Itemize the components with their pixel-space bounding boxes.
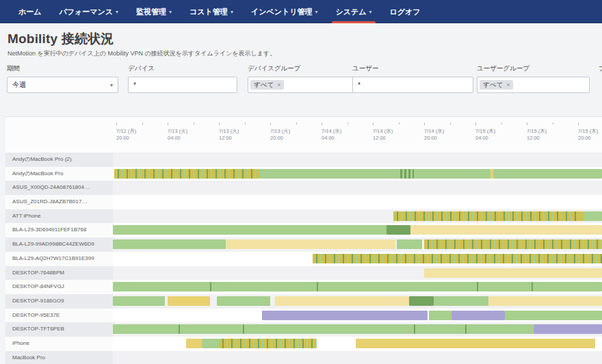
connection-status-segment[interactable] [179, 324, 180, 334]
axis-tick-mark [219, 122, 220, 125]
connection-status-segment[interactable] [114, 169, 260, 179]
caret-down-icon: ▾ [116, 9, 118, 15]
connection-status-segment[interactable] [477, 282, 478, 291]
device-name-label: AndyのMacBook Pro (2) [5, 153, 113, 167]
device-name-label: BLA-L29-AQ2H7W17C1B91E399 [5, 252, 113, 266]
device-name-label: DESKTOP-7648BPM [5, 266, 113, 281]
connection-status-segment[interactable] [202, 339, 219, 348]
timeline-rows: AndyのMacBook Pro (2)AndyのMacBook ProASUS… [5, 153, 602, 364]
nav-item-monitoring[interactable]: 監視管理 ▾ [127, 0, 181, 23]
table-row: iPhone [5, 337, 602, 351]
filter-user-group: ユーザーグループ すべて × [477, 64, 590, 93]
timeline-track [113, 209, 602, 224]
connection-status-segment[interactable] [275, 296, 409, 306]
connection-status-segment[interactable] [493, 169, 602, 179]
table-row: AndyのMacBook Pro [5, 167, 602, 181]
nav-item-system[interactable]: システム ▾ [326, 0, 380, 23]
axis-minor-tick-mark [348, 122, 348, 125]
user-group-field[interactable]: すべて × [477, 77, 590, 93]
user-input[interactable] [352, 77, 473, 93]
timeline-track [113, 294, 602, 309]
connection-status-segment[interactable] [113, 239, 226, 249]
caret-down-icon: ▾ [169, 9, 172, 15]
axis-minor-tick-mark [553, 122, 553, 125]
connection-status-segment[interactable] [262, 311, 428, 320]
axis-minor-tick-mark [399, 122, 400, 125]
connection-status-segment[interactable] [217, 296, 270, 306]
axis-tick-label: 7/14 (水)04:00 [322, 128, 341, 142]
device-name-label: DESKTOP-9186GO9 [5, 294, 113, 309]
table-row: BLA-L29-99AD998BC44ZEW6D9 [5, 237, 602, 252]
axis-tick-label: 7/13 (火)20:00 [270, 128, 290, 142]
connection-status-segment[interactable] [260, 169, 400, 179]
connection-status-segment[interactable] [387, 225, 410, 235]
connection-status-segment[interactable] [356, 339, 595, 348]
connection-status-segment[interactable] [219, 339, 317, 348]
connection-status-segment[interactable] [434, 296, 488, 306]
nav-item-cost-management[interactable]: コスト管理 ▾ [181, 0, 242, 23]
connection-status-segment[interactable] [424, 239, 602, 249]
caret-down-icon: ▾ [315, 9, 317, 15]
connection-status-segment[interactable] [317, 282, 318, 291]
connection-status-segment[interactable] [409, 296, 434, 306]
table-row: DESKTOP-95E37E [5, 309, 602, 323]
nav-item-home[interactable]: ホーム [10, 0, 51, 23]
connection-status-segment[interactable] [313, 254, 602, 263]
nav-item-performance[interactable]: パフォーマンス ▾ [51, 0, 128, 23]
connection-status-segment[interactable] [414, 324, 415, 334]
connection-status-segment[interactable] [410, 225, 602, 235]
period-select[interactable]: 今週 ▾ [7, 77, 118, 93]
table-row: AndyのMacBook Pro (2) [5, 153, 602, 167]
close-icon[interactable]: × [506, 82, 510, 88]
axis-tick-label: 7/12 (月)20:00 [116, 128, 136, 142]
connection-status-segment[interactable] [226, 239, 395, 249]
connection-status-segment[interactable] [186, 339, 202, 348]
connection-status-segment[interactable] [452, 311, 505, 320]
nav-item-inventory-management[interactable]: インベントリ管理 ▾ [242, 0, 327, 23]
device-name-label: ATT iPhone [5, 209, 113, 224]
connection-status-segment[interactable] [113, 296, 165, 306]
connection-status-segment[interactable] [424, 268, 602, 278]
connection-status-segment[interactable] [210, 282, 211, 291]
connection-status-segment[interactable] [505, 311, 602, 320]
nav-item-logoff[interactable]: ログオフ [381, 0, 430, 23]
connection-status-segment[interactable] [534, 324, 602, 334]
device-name-label: DESKTOP-TFT6PEB [5, 322, 113, 337]
caret-down-icon: ▾ [369, 9, 371, 15]
device-name-label: DESKTOP-84NFVGJ [5, 280, 113, 294]
connection-status-segment[interactable] [393, 211, 584, 221]
table-row: BLA-L29-3D694911FEF1B768 [5, 223, 602, 237]
user-group-chip[interactable]: すべて × [480, 80, 513, 90]
nav-item-label: インベントリ管理 [251, 7, 313, 17]
connection-status-segment[interactable] [488, 296, 602, 306]
axis-tick-label: 7/15 (木)12:00 [527, 128, 547, 142]
connection-status-segment[interactable] [414, 169, 490, 179]
connection-status-segment[interactable] [113, 324, 534, 334]
connection-status-segment[interactable] [584, 211, 602, 221]
connection-status-segment[interactable] [400, 169, 414, 179]
connection-status-segment[interactable] [397, 239, 422, 249]
connection-status-segment[interactable] [168, 296, 210, 306]
connection-status-segment[interactable] [113, 225, 387, 235]
timeline-track [113, 252, 602, 266]
connection-status-segment[interactable] [465, 324, 467, 334]
connection-status-segment[interactable] [532, 282, 533, 291]
table-row: ASUS_X00QD-24A08761804… [5, 181, 602, 195]
nav-item-label: コスト管理 [189, 7, 228, 17]
device-group-field[interactable]: すべて × [248, 77, 356, 93]
device-group-chip[interactable]: すべて × [250, 80, 284, 90]
connection-status-segment[interactable] [113, 282, 602, 291]
timeline-axis: 7/12 (月)20:007/13 (火)04:007/13 (火)12:007… [113, 117, 602, 153]
nav-item-label: ホーム [18, 7, 42, 17]
connection-status-segment[interactable] [243, 324, 244, 334]
timeline-track [113, 167, 602, 181]
table-row: DESKTOP-84NFVGJ [5, 280, 602, 294]
timeline-track [113, 153, 602, 167]
timeline-track [113, 237, 602, 252]
device-input[interactable] [128, 77, 237, 93]
connection-status-segment[interactable] [429, 311, 452, 320]
device-name-label: ASUS_Z01RD-J8AZB7B017… [5, 195, 113, 209]
nav-item-label: ログオフ [390, 7, 421, 17]
axis-tick-mark [475, 122, 476, 125]
close-icon[interactable]: × [277, 82, 280, 88]
